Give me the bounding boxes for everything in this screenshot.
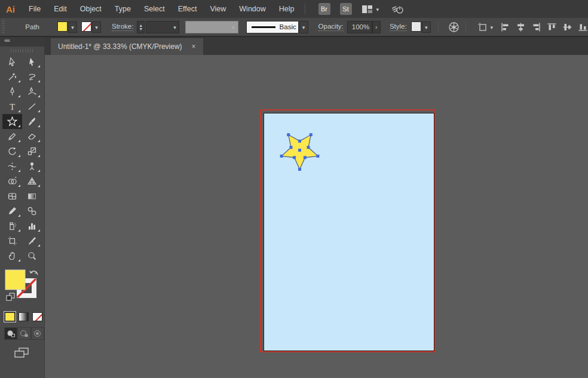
pen-tool[interactable]	[2, 84, 22, 99]
blend-tool[interactable]	[22, 204, 42, 219]
anchor-point[interactable]	[287, 133, 290, 136]
align-vertical-center-icon[interactable]	[562, 22, 572, 32]
perspective-grid-tool[interactable]	[22, 174, 42, 189]
anchor-point[interactable]	[298, 149, 301, 152]
default-fill-stroke-icon[interactable]	[7, 293, 14, 300]
menu-object[interactable]: Object	[74, 5, 108, 13]
change-screen-mode-button[interactable]	[13, 346, 30, 358]
draw-behind-button[interactable]	[17, 327, 30, 340]
line-segment-tool[interactable]	[22, 99, 42, 114]
gradient-button[interactable]	[19, 312, 29, 321]
opacity-arrow-button[interactable]: ›	[372, 21, 381, 33]
style-swatch[interactable]	[411, 21, 421, 32]
anchor-point[interactable]	[304, 156, 307, 159]
align-vertical-bottom-icon[interactable]	[578, 22, 588, 32]
brush-definition-field[interactable]: Basic	[246, 21, 299, 33]
pen-tool-icon	[7, 87, 17, 97]
recolor-artwork-button[interactable]	[448, 21, 460, 33]
artboard-tool[interactable]	[2, 233, 22, 248]
anchor-point[interactable]	[290, 146, 293, 149]
shape-builder-tool-icon	[7, 176, 17, 186]
stock-button[interactable]: St	[340, 3, 352, 15]
zoom-tool[interactable]	[22, 248, 42, 263]
anchor-point[interactable]	[293, 156, 296, 159]
align-horizontal-right-icon[interactable]	[531, 22, 541, 32]
tab-close-icon[interactable]: ×	[192, 42, 196, 51]
menu-select[interactable]: Select	[137, 5, 172, 13]
color-button[interactable]	[5, 312, 15, 321]
anchor-point[interactable]	[298, 168, 301, 171]
selection-tool[interactable]	[2, 54, 22, 69]
document-canvas[interactable]	[45, 55, 588, 378]
swap-fill-stroke-icon[interactable]	[30, 271, 38, 275]
align-to-dropdown[interactable]	[477, 22, 493, 32]
scale-tool-icon	[27, 146, 37, 156]
workspace-switcher[interactable]	[362, 5, 379, 14]
shaper-tool[interactable]	[2, 129, 22, 144]
eyedropper-tool[interactable]	[2, 204, 22, 219]
toolbar-grip[interactable]	[11, 49, 33, 53]
toolbar-collapse-button[interactable]: ««	[0, 37, 45, 47]
menu-effect[interactable]: Effect	[172, 5, 204, 13]
width-tool[interactable]	[2, 159, 22, 174]
symbol-sprayer-tool[interactable]	[2, 219, 22, 233]
gpu-performance-button[interactable]	[391, 4, 405, 14]
direct-selection-tool[interactable]	[22, 54, 42, 69]
fill-swatch[interactable]	[57, 21, 68, 32]
type-tool[interactable]: T	[2, 99, 22, 114]
anchor-point[interactable]	[307, 146, 310, 149]
brush-definition-control[interactable]: Basic	[246, 21, 308, 33]
fill-color-control[interactable]	[57, 21, 77, 33]
hand-tool[interactable]	[2, 248, 22, 263]
document-tab[interactable]: Untitled-1* @ 33.33% (CMYK/Preview) ×	[51, 38, 203, 55]
stroke-color-control[interactable]	[81, 21, 101, 33]
draw-inside-button[interactable]	[31, 327, 44, 340]
anchor-point[interactable]	[310, 133, 313, 136]
none-button[interactable]	[32, 312, 42, 321]
menu-type[interactable]: Type	[108, 5, 137, 13]
eraser-tool[interactable]	[22, 129, 42, 144]
anchor-point[interactable]	[280, 155, 283, 158]
align-horizontal-left-icon[interactable]	[500, 22, 510, 32]
style-label[interactable]: Style:	[390, 23, 407, 31]
slice-tool[interactable]	[22, 233, 42, 248]
anchor-point[interactable]	[298, 140, 301, 143]
curvature-tool[interactable]	[22, 84, 42, 99]
puppet-warp-tool[interactable]	[22, 159, 42, 174]
stroke-none-swatch[interactable]	[81, 21, 91, 32]
gradient-tool[interactable]	[22, 189, 42, 204]
anchor-point[interactable]	[316, 155, 319, 158]
fill-indicator[interactable]	[5, 270, 25, 290]
star-tool-icon	[7, 116, 18, 127]
stroke-label[interactable]: Stroke:	[112, 23, 133, 31]
menu-edit[interactable]: Edit	[47, 5, 74, 13]
controlbar-grip[interactable]	[2, 20, 5, 34]
scale-tool[interactable]	[22, 144, 42, 159]
stroke-weight-stepper[interactable]: ▲▼	[137, 21, 145, 33]
brush-chevron-icon[interactable]	[299, 21, 308, 33]
star-tool[interactable]	[2, 114, 22, 129]
rotate-tool[interactable]	[2, 144, 22, 159]
stroke-weight-dropdown[interactable]	[146, 21, 179, 33]
stroke-chevron-icon[interactable]	[92, 21, 101, 33]
menu-help[interactable]: Help	[272, 5, 301, 13]
paintbrush-tool[interactable]	[22, 114, 42, 129]
tools-grid: T	[0, 54, 44, 263]
menu-file[interactable]: File	[22, 5, 47, 13]
mesh-tool[interactable]	[2, 189, 22, 204]
opacity-label[interactable]: Opacity:	[318, 23, 344, 31]
menu-view[interactable]: View	[203, 5, 232, 13]
align-vertical-top-icon[interactable]	[547, 22, 557, 32]
menu-window[interactable]: Window	[232, 5, 272, 13]
graphic-style-control[interactable]	[411, 21, 431, 33]
magic-wand-tool[interactable]	[2, 69, 22, 84]
align-horizontal-center-icon[interactable]	[516, 22, 526, 32]
opacity-field[interactable]: 100%	[347, 21, 372, 33]
shape-builder-tool[interactable]	[2, 174, 22, 189]
draw-normal-button[interactable]	[4, 327, 17, 340]
fill-chevron-icon[interactable]	[68, 21, 77, 33]
bridge-button[interactable]: Br	[318, 3, 330, 15]
column-graph-tool[interactable]	[22, 219, 42, 233]
style-chevron-icon[interactable]	[422, 21, 431, 33]
lasso-tool[interactable]	[22, 69, 42, 84]
